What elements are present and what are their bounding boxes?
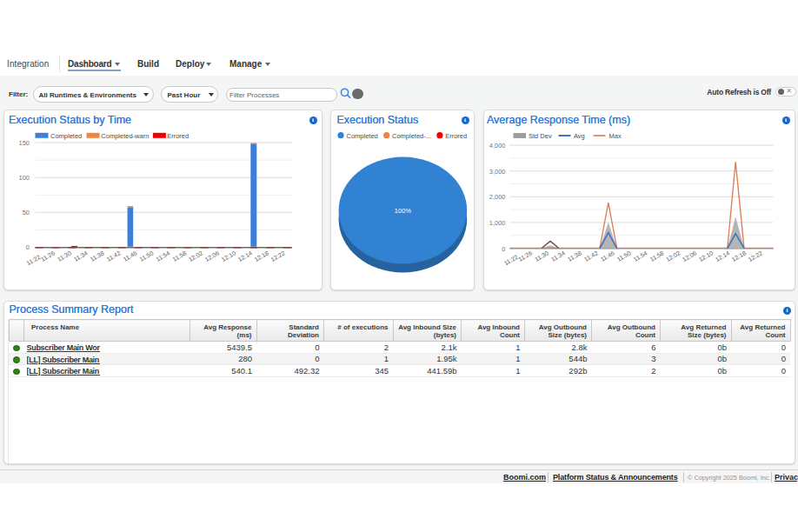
svg-text:Errored: Errored [446, 132, 468, 140]
svg-text:11:26: 11:26 [517, 249, 533, 263]
svg-text:100: 100 [18, 174, 30, 182]
svg-text:11:22: 11:22 [25, 254, 41, 267]
svg-text:12:18: 12:18 [730, 249, 747, 263]
svg-text:Avg: Avg [574, 132, 585, 140]
svg-text:12:02: 12:02 [187, 249, 203, 263]
svg-text:11:42: 11:42 [105, 249, 121, 263]
svg-text:100%: 100% [395, 207, 412, 215]
svg-text:11:50: 11:50 [138, 249, 154, 263]
svg-text:2,000: 2,000 [489, 193, 505, 201]
svg-text:12:02: 12:02 [664, 249, 681, 263]
svg-text:12:10: 12:10 [220, 249, 236, 263]
svg-text:12:06: 12:06 [203, 249, 220, 263]
svg-text:11:34: 11:34 [72, 249, 88, 263]
svg-text:11:58: 11:58 [171, 249, 187, 263]
svg-text:12:18: 12:18 [253, 249, 269, 263]
svg-text:11:30: 11:30 [533, 249, 549, 263]
svg-text:Std Dev: Std Dev [529, 132, 552, 140]
svg-text:Completed: Completed [50, 132, 82, 140]
svg-text:12:06: 12:06 [681, 249, 697, 263]
svg-text:150: 150 [18, 139, 30, 147]
svg-text:11:42: 11:42 [582, 249, 598, 263]
svg-text:Completed-...: Completed-... [392, 132, 431, 140]
svg-text:0: 0 [25, 243, 29, 251]
svg-text:1,000: 1,000 [489, 219, 505, 227]
svg-text:12:22: 12:22 [747, 249, 763, 263]
svg-text:11:46: 11:46 [122, 249, 137, 263]
svg-text:12:14: 12:14 [236, 249, 253, 263]
svg-text:4,000: 4,000 [489, 142, 505, 150]
svg-text:11:34: 11:34 [549, 249, 565, 263]
svg-text:11:38: 11:38 [566, 249, 582, 263]
svg-text:12:22: 12:22 [269, 249, 286, 263]
svg-text:0: 0 [502, 245, 505, 253]
svg-text:11:22: 11:22 [502, 254, 518, 267]
svg-text:11:30: 11:30 [56, 249, 71, 263]
svg-text:11:38: 11:38 [89, 249, 104, 263]
svg-text:11:54: 11:54 [632, 249, 648, 263]
svg-text:11:46: 11:46 [599, 249, 615, 263]
svg-text:3,000: 3,000 [489, 168, 505, 176]
svg-text:11:50: 11:50 [615, 249, 631, 263]
svg-text:Completed: Completed [347, 132, 378, 140]
svg-text:Max: Max [608, 132, 621, 140]
svg-text:11:58: 11:58 [648, 249, 664, 263]
svg-text:Errored: Errored [167, 132, 189, 140]
svg-text:11:26: 11:26 [39, 249, 55, 263]
svg-text:12:10: 12:10 [697, 249, 714, 263]
svg-text:11:54: 11:54 [155, 249, 170, 263]
svg-text:Completed-warn: Completed-warn [101, 132, 149, 140]
svg-text:12:14: 12:14 [714, 249, 730, 263]
svg-text:50: 50 [22, 209, 29, 216]
